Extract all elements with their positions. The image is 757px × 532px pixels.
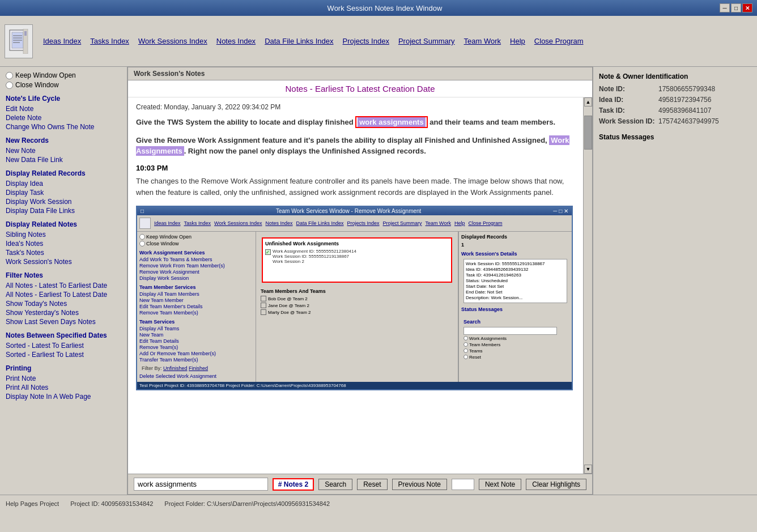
search-button[interactable]: Search <box>318 479 352 490</box>
show-yesterday-link[interactable]: Show Yesterday's Notes <box>6 309 121 317</box>
ws-detail-idea-id: Idea ID: 439448526639439132 <box>466 267 565 272</box>
ss-remove-teams-link[interactable]: Remove Team(s) <box>139 344 253 350</box>
ss-remove-tm-link[interactable]: Remove Team Member(s) <box>139 310 253 316</box>
ss-close-program[interactable]: Close Program <box>468 220 502 226</box>
all-notes-earliest-link[interactable]: All Notes - Earliest To Latest Date <box>6 291 121 299</box>
status-bar: Help Pages Project Project ID: 400956931… <box>0 495 757 512</box>
tm-checkbox-1[interactable] <box>261 296 266 301</box>
tm-checkbox-2[interactable] <box>261 303 266 308</box>
all-notes-latest-link[interactable]: All Notes - Latest To Earliest Date <box>6 282 121 290</box>
scroll-down-arrow[interactable]: ▼ <box>584 465 592 474</box>
keep-window-radio[interactable]: Keep Window Open <box>6 71 121 79</box>
change-owner-link[interactable]: Change Who Owns The Note <box>6 123 121 131</box>
close-window-radio[interactable]: Close Window <box>6 81 121 89</box>
ss-new-team-link[interactable]: New Team <box>139 332 253 338</box>
show-today-link[interactable]: Show Today's Notes <box>6 300 121 308</box>
content-header: Work Session's Notes <box>128 67 592 80</box>
menu-team-work[interactable]: Team Work <box>461 36 505 46</box>
print-note-link[interactable]: Print Note <box>6 374 121 382</box>
status-project-folder: Project Folder: C:\Users\Darren\Projects… <box>164 500 330 507</box>
ss-delete-wa-link[interactable]: Delete Selected Work Assignment <box>139 373 253 379</box>
screenshot-status-bar: Test Project Project ID: 439388953704768… <box>137 382 572 389</box>
minimize-button[interactable]: ─ <box>720 3 730 12</box>
ss-close-window-radio[interactable]: Close Window <box>139 241 253 246</box>
tm-checkbox-3[interactable] <box>261 309 266 315</box>
sorted-earliest-link[interactable]: Sorted - Earliest To Latest <box>6 351 121 359</box>
menu-data-file-links-index[interactable]: Data File Links Index <box>261 36 337 46</box>
sorted-latest-link[interactable]: Sorted - Latest To Earliest <box>6 342 121 350</box>
created-line: Created: Monday, January 3, 2022 09:34:0… <box>136 103 573 111</box>
ss-display-work-session-link[interactable]: Display Work Session <box>139 275 253 281</box>
menu-close-program[interactable]: Close Program <box>531 36 587 46</box>
ss-edit-team-link[interactable]: Edit Team Details <box>139 338 253 344</box>
menu-project-summary[interactable]: Project Summary <box>395 36 458 46</box>
next-note-button[interactable]: Next Note <box>479 479 521 490</box>
scroll-up-arrow[interactable]: ▲ <box>584 97 592 107</box>
ideas-notes-link[interactable]: Idea's Notes <box>6 240 121 248</box>
new-data-file-link[interactable]: New Data File Link <box>6 156 121 164</box>
ws-details-box: Work Session ID: 55555512919138867 Idea … <box>463 259 567 303</box>
filter-finished[interactable]: Finished <box>189 365 208 371</box>
reset-button[interactable]: Reset <box>357 479 387 490</box>
ss-data-file-links[interactable]: Data File Links Index <box>296 220 343 226</box>
previous-note-button[interactable]: Previous Note <box>392 479 447 490</box>
wa-checkbox[interactable]: ✓ <box>265 249 271 255</box>
ss-project-summary[interactable]: Project Summary <box>383 220 422 226</box>
print-all-notes-link[interactable]: Print All Notes <box>6 384 121 391</box>
display-task-link[interactable]: Display Task <box>6 189 121 197</box>
ss-remove-work-from-tm-link[interactable]: Remove Work From Team Member(s) <box>139 263 253 269</box>
clear-highlights-button[interactable]: Clear Highlights <box>526 479 586 490</box>
menu-ideas-index[interactable]: Ideas Index <box>40 36 84 46</box>
display-idea-link[interactable]: Display Idea <box>6 180 121 188</box>
close-button[interactable]: ✕ <box>742 3 752 12</box>
tasks-notes-link[interactable]: Task's Notes <box>6 249 121 257</box>
ss-ideas-index[interactable]: Ideas Index <box>154 220 181 226</box>
content-title: Notes - Earliest To Latest Creation Date <box>128 80 592 97</box>
menu-links: Ideas Index Tasks Index Work Sessions In… <box>40 36 587 46</box>
ss-edit-tm-link[interactable]: Edit Team Member's Details <box>139 304 253 309</box>
ss-projects-index[interactable]: Projects Index <box>347 220 380 226</box>
ss-remove-work-assignment-link[interactable]: Remove Work Assignment <box>139 269 253 275</box>
display-data-file-links-link[interactable]: Display Data File Links <box>6 207 121 215</box>
scroll-thumb[interactable] <box>584 116 592 150</box>
ss-display-all-teams-link[interactable]: Display All Teams <box>139 326 253 331</box>
ss-search-tm[interactable]: Team Members <box>463 342 567 347</box>
show-last-seven-link[interactable]: Show Last Seven Days Notes <box>6 318 121 326</box>
sidebar: Keep Window Open Close Window Note's Lif… <box>0 67 127 495</box>
menu-projects-index[interactable]: Projects Index <box>339 36 393 46</box>
ss-new-tm-link[interactable]: New Team Member <box>139 297 253 303</box>
sibling-notes-link[interactable]: Sibling Notes <box>6 231 121 239</box>
display-work-session-link[interactable]: Display Work Session <box>6 198 121 206</box>
delete-note-link[interactable]: Delete Note <box>6 114 121 122</box>
display-note-web-link[interactable]: Display Note In A Web Page <box>6 393 121 401</box>
ss-search-reset[interactable]: Reset <box>463 355 567 360</box>
filter-unfinished[interactable]: Unfinished <box>163 365 188 371</box>
display-related-notes-section: Display Related Notes <box>6 220 121 228</box>
display-related-section: Display Related Records <box>6 169 121 177</box>
ss-notes-index[interactable]: Notes Index <box>265 220 292 226</box>
menu-work-sessions-index[interactable]: Work Sessions Index <box>135 36 211 46</box>
menu-notes-index[interactable]: Notes Index <box>213 36 259 46</box>
tm-item-2: Jane Doe @ Team 2 <box>261 303 453 308</box>
ss-add-remove-tm-link[interactable]: Add Or Remove Team Member(s) <box>139 351 253 356</box>
menu-help[interactable]: Help <box>507 36 529 46</box>
restore-button[interactable]: □ <box>731 3 741 12</box>
edit-note-link[interactable]: Edit Note <box>6 105 121 113</box>
title-bar: Work Session Notes Index Window ─ □ ✕ <box>0 0 757 16</box>
work-session-notes-link[interactable]: Work Session's Notes <box>6 258 121 266</box>
search-input[interactable] <box>134 478 268 491</box>
ss-keep-open-radio[interactable]: Keep Window Open <box>139 234 253 240</box>
new-note-link[interactable]: New Note <box>6 147 121 155</box>
ss-display-all-tm-link[interactable]: Display All Team Members <box>139 291 253 297</box>
content-scrollbar[interactable]: ▲ ▼ <box>583 97 592 474</box>
ss-help[interactable]: Help <box>454 220 465 226</box>
menu-tasks-index[interactable]: Tasks Index <box>87 36 133 46</box>
ss-search-input[interactable] <box>463 327 557 335</box>
ss-tasks-index[interactable]: Tasks Index <box>184 220 211 226</box>
ss-transfer-tm-link[interactable]: Transfer Team Member(s) <box>139 357 253 363</box>
ss-work-sessions-index[interactable]: Work Sessions Index <box>214 220 262 226</box>
ss-search-teams[interactable]: Teams <box>463 348 567 354</box>
ss-team-work[interactable]: Team Work <box>426 220 451 226</box>
ss-search-wa[interactable]: Work Assignments <box>463 336 567 341</box>
ss-add-work-link[interactable]: Add Work To Teams & Members <box>139 257 253 262</box>
